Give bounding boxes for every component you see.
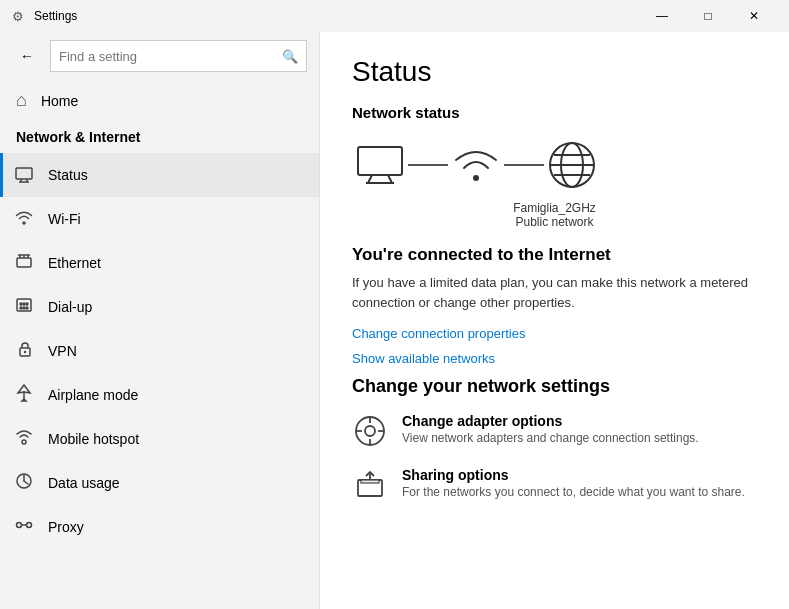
sidebar-item-dialup[interactable]: Dial-up <box>0 285 319 329</box>
sidebar-item-label: Dial-up <box>48 299 92 315</box>
settings-icon: ⚙ <box>12 9 24 24</box>
sidebar: ← 🔍 ⌂ Home Network & Internet <box>0 32 320 609</box>
show-networks-link[interactable]: Show available networks <box>352 351 495 366</box>
sidebar-item-home[interactable]: ⌂ Home <box>0 80 319 121</box>
titlebar: ⚙ Settings — □ ✕ <box>0 0 789 32</box>
network-label: Famiglia_2GHz Public network <box>352 201 757 229</box>
adapter-options-item[interactable]: Change adapter options View network adap… <box>352 413 757 449</box>
close-button[interactable]: ✕ <box>731 0 777 32</box>
wifi-diagram-icon <box>448 137 504 193</box>
svg-point-17 <box>24 351 26 353</box>
sidebar-item-vpn[interactable]: VPN <box>0 329 319 373</box>
svg-point-13 <box>20 307 22 309</box>
sharing-options-item[interactable]: Sharing options For the networks you con… <box>352 467 757 503</box>
dialup-icon <box>14 295 34 319</box>
titlebar-left: ⚙ Settings <box>12 9 77 24</box>
sidebar-item-label: VPN <box>48 343 77 359</box>
svg-point-32 <box>365 426 375 436</box>
computer-icon <box>352 137 408 193</box>
adapter-options-desc: View network adapters and change connect… <box>402 431 699 445</box>
sidebar-item-proxy[interactable]: Proxy <box>0 505 319 549</box>
svg-point-19 <box>17 523 22 528</box>
sidebar-item-label: Wi-Fi <box>48 211 81 227</box>
svg-point-15 <box>26 307 28 309</box>
svg-rect-38 <box>361 480 379 483</box>
network-type: Public network <box>352 215 757 229</box>
adapter-options-text: Change adapter options View network adap… <box>402 413 699 445</box>
network-status-label: Network status <box>352 104 757 121</box>
ethernet-icon <box>14 251 34 275</box>
titlebar-title: Settings <box>34 9 77 23</box>
sidebar-nav-top: ← 🔍 <box>0 32 319 80</box>
datausage-icon <box>14 471 34 495</box>
network-diagram <box>352 137 757 193</box>
svg-line-23 <box>368 175 372 183</box>
sidebar-item-label: Proxy <box>48 519 84 535</box>
svg-rect-0 <box>16 168 32 179</box>
hotspot-icon <box>14 427 34 451</box>
sidebar-item-label: Status <box>48 167 88 183</box>
sidebar-home-label: Home <box>41 93 78 109</box>
sidebar-item-label: Ethernet <box>48 255 101 271</box>
home-icon: ⌂ <box>16 90 27 111</box>
wifi-icon <box>14 207 34 231</box>
content-area: Status Network status <box>320 32 789 609</box>
sharing-options-desc: For the networks you connect to, decide … <box>402 485 745 499</box>
sidebar-item-label: Airplane mode <box>48 387 138 403</box>
connected-title: You're connected to the Internet <box>352 245 757 265</box>
sharing-options-text: Sharing options For the networks you con… <box>402 467 745 499</box>
sharing-options-icon <box>352 467 388 503</box>
sidebar-item-airplane[interactable]: Airplane mode <box>0 373 319 417</box>
adapter-options-name: Change adapter options <box>402 413 699 429</box>
titlebar-controls: — □ ✕ <box>639 0 777 32</box>
net-line-1 <box>408 164 448 166</box>
sidebar-section-title: Network & Internet <box>0 121 319 153</box>
sidebar-item-status[interactable]: Status <box>0 153 319 197</box>
search-icon: 🔍 <box>282 49 298 64</box>
airplane-icon <box>14 383 34 407</box>
page-title: Status <box>352 56 757 88</box>
svg-point-12 <box>26 303 28 305</box>
change-settings-title: Change your network settings <box>352 376 757 397</box>
svg-rect-22 <box>358 147 402 175</box>
search-input[interactable] <box>59 49 276 64</box>
maximize-button[interactable]: □ <box>685 0 731 32</box>
sidebar-item-label: Mobile hotspot <box>48 431 139 447</box>
status-icon <box>14 163 34 187</box>
adapter-options-icon <box>352 413 388 449</box>
network-name: Famiglia_2GHz <box>352 201 757 215</box>
svg-line-24 <box>388 175 392 183</box>
back-button[interactable]: ← <box>12 41 42 71</box>
net-line-2 <box>504 164 544 166</box>
sidebar-item-ethernet[interactable]: Ethernet <box>0 241 319 285</box>
globe-icon <box>544 137 600 193</box>
sidebar-item-wifi[interactable]: Wi-Fi <box>0 197 319 241</box>
svg-point-10 <box>20 303 22 305</box>
app-body: ← 🔍 ⌂ Home Network & Internet <box>0 32 789 609</box>
sharing-options-name: Sharing options <box>402 467 745 483</box>
sidebar-item-hotspot[interactable]: Mobile hotspot <box>0 417 319 461</box>
minimize-button[interactable]: — <box>639 0 685 32</box>
svg-point-11 <box>23 303 25 305</box>
svg-point-20 <box>27 523 32 528</box>
search-box: 🔍 <box>50 40 307 72</box>
svg-rect-4 <box>17 258 31 267</box>
proxy-icon <box>14 515 34 539</box>
sidebar-item-datausage[interactable]: Data usage <box>0 461 319 505</box>
search-icon-button[interactable]: 🔍 <box>282 49 298 64</box>
sidebar-item-label: Data usage <box>48 475 120 491</box>
vpn-icon <box>14 339 34 363</box>
svg-point-14 <box>23 307 25 309</box>
connected-desc: If you have a limited data plan, you can… <box>352 273 757 312</box>
change-connection-link[interactable]: Change connection properties <box>352 326 525 341</box>
